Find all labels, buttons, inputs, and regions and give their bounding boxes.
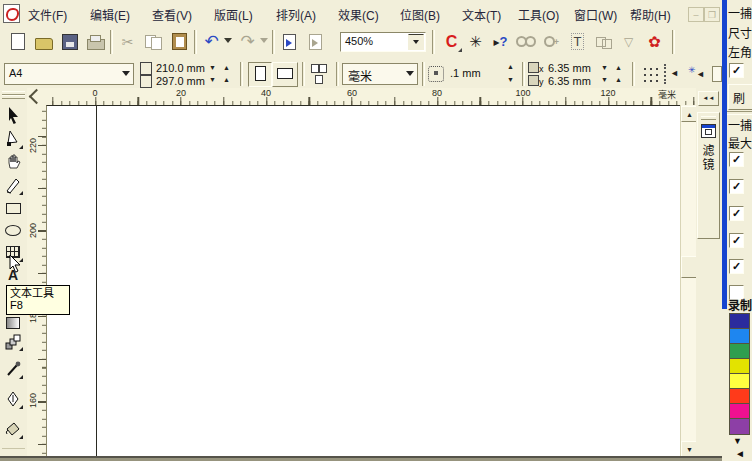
find-replace-button[interactable]: + [540, 30, 563, 53]
save-button[interactable] [58, 30, 81, 53]
panel-checkbox[interactable]: ✓ [729, 152, 744, 167]
panel-checkbox[interactable]: ✓ [729, 63, 744, 78]
duplicate-x-label: x [539, 64, 544, 74]
nudge-offset-field[interactable]: .1 mm [450, 67, 481, 79]
paper-size-combo[interactable]: A4 [4, 63, 134, 85]
app-icon[interactable] [3, 4, 20, 23]
menu-tools[interactable]: 工具(O) [514, 5, 563, 24]
symbols-button[interactable]: ✿ [643, 30, 666, 53]
child-restore-button[interactable]: ❐ [704, 7, 720, 22]
fill-tool[interactable] [2, 418, 24, 440]
context-help-button[interactable]: ▸ ? [489, 30, 512, 53]
portrait-button[interactable] [248, 62, 272, 87]
horizontal-ruler[interactable]: 0 20 40 60 80 100 120 毫米 [46, 88, 696, 106]
menu-arrange[interactable]: 排列(A) [272, 5, 320, 24]
docker-collapse-button[interactable]: ◄◄ [698, 91, 719, 106]
new-button[interactable] [6, 30, 29, 53]
export-button[interactable] [304, 30, 327, 53]
vertical-scrollbar[interactable]: ▲ ▼ [680, 105, 697, 456]
nudge-spin-down[interactable]: ▼ [506, 75, 515, 84]
undo-dropdown-arrow[interactable] [224, 38, 232, 47]
menu-help[interactable]: 帮助(H) [626, 5, 675, 24]
panel-button[interactable]: 刷 [728, 84, 752, 110]
drawing-canvas[interactable] [46, 105, 681, 457]
menu-edit[interactable]: 编辑(E) [86, 5, 134, 24]
menu-view[interactable]: 查看(V) [148, 5, 196, 24]
palette-expand-button[interactable]: ◄ [735, 448, 745, 459]
find-button[interactable] [514, 30, 537, 53]
paper-height-field[interactable]: 297.0 mm [156, 75, 205, 87]
menu-text[interactable]: 文本(T) [458, 5, 505, 24]
paper-width-spin-down[interactable]: ▼ [208, 63, 217, 72]
toolbox: A [0, 89, 27, 456]
paper-width-spin-up[interactable]: ▲ [222, 63, 231, 72]
rectangle-tool[interactable] [2, 197, 24, 219]
extract-button[interactable]: ▽ [617, 30, 640, 53]
paper-height-spin-up[interactable]: ▲ [222, 75, 231, 84]
snap-to-guidelines-button[interactable]: ◄ [664, 64, 686, 84]
layout-pages-button[interactable] [308, 62, 332, 85]
menu-window[interactable]: 窗口(W) [570, 5, 621, 24]
menu-bitmaps[interactable]: 位图(B) [396, 5, 444, 24]
whats-new-button[interactable]: ✳ [464, 30, 487, 53]
undo-button[interactable]: ↶ [200, 30, 223, 53]
palette-scroll-down-button[interactable]: ▼ [733, 436, 742, 446]
paper-width-field[interactable]: 210.0 mm [156, 62, 205, 74]
vertical-ruler[interactable]: 220 200 180 160 [27, 105, 47, 456]
dup-y-spin-down[interactable]: ▼ [600, 75, 609, 84]
nudge-spin-up[interactable]: ▲ [506, 62, 515, 71]
outline-pen-tool[interactable] [2, 388, 24, 410]
menu-bar: 文件(F) 编辑(E) 查看(V) 版面(L) 排列(A) 效果(C) 位图(B… [0, 0, 722, 27]
ellipse-tool[interactable] [2, 219, 24, 241]
menu-layout[interactable]: 版面(L) [210, 5, 257, 24]
panel-checkbox[interactable]: ✓ [729, 179, 744, 194]
print-button[interactable] [84, 30, 107, 53]
paper-size-arrow[interactable] [122, 71, 130, 80]
snap-to-objects-button[interactable]: ✳ ◄ [688, 64, 708, 84]
units-combo[interactable]: 毫米 [342, 63, 418, 85]
zoom-level-combo[interactable]: 450% [340, 32, 426, 52]
cut-button[interactable]: ✂ [116, 30, 139, 53]
snap-object-star-icon: ✳ [688, 65, 696, 75]
tooltip-shortcut: F8 [10, 299, 66, 311]
pick-arrow-icon [5, 107, 21, 125]
dup-x-spin-up[interactable]: ▲ [614, 63, 623, 72]
paper-height-spin-down[interactable]: ▼ [208, 75, 217, 84]
blend-tool[interactable] [2, 330, 24, 352]
standard-toolbar: ✂ ↶ ↷ 450% C ✳ ▸ [0, 26, 722, 59]
paste-button[interactable] [168, 30, 191, 53]
text-frame-button[interactable]: T [566, 30, 589, 53]
open-button[interactable] [32, 30, 55, 53]
zoom-combo-arrow[interactable] [408, 34, 424, 50]
eyedropper-tool[interactable] [2, 358, 24, 380]
redo-button[interactable]: ↷ [236, 30, 259, 53]
copy-button[interactable] [142, 30, 165, 53]
snap-to-grid-button[interactable] [640, 64, 660, 84]
redo-dropdown-arrow[interactable] [260, 38, 268, 47]
dup-x-spin-down[interactable]: ▼ [600, 63, 609, 72]
refresh-button[interactable]: C [440, 30, 463, 53]
duplicate-y-field[interactable]: 6.35 mm [548, 75, 591, 87]
menu-file[interactable]: 文件(F) [24, 5, 71, 24]
palette-swatch[interactable] [729, 418, 750, 435]
docker-tab[interactable]: 滤 镜 [697, 112, 720, 239]
shape-tool[interactable] [2, 128, 24, 150]
import-button[interactable] [278, 30, 301, 53]
import-icon [283, 34, 296, 50]
pan-tool[interactable] [2, 151, 24, 173]
link-frames-button[interactable] [592, 30, 615, 53]
panel-checkbox[interactable]: ✓ [729, 259, 744, 274]
child-minimize-button[interactable]: – [688, 7, 704, 22]
dup-y-spin-up[interactable]: ▲ [614, 75, 623, 84]
interactive-fill-icon [6, 317, 20, 329]
pick-tool[interactable] [2, 105, 24, 127]
duplicate-x-field[interactable]: 6.35 mm [548, 62, 591, 74]
menu-effects[interactable]: 效果(C) [334, 5, 383, 24]
units-combo-arrow[interactable] [406, 71, 414, 80]
landscape-button[interactable] [272, 62, 298, 87]
redo-icon: ↷ [240, 31, 254, 52]
panel-checkbox[interactable]: ✓ [729, 233, 744, 248]
knife-tool[interactable] [2, 174, 24, 196]
ruler-origin[interactable] [27, 88, 47, 105]
panel-checkbox[interactable]: ✓ [729, 206, 744, 221]
